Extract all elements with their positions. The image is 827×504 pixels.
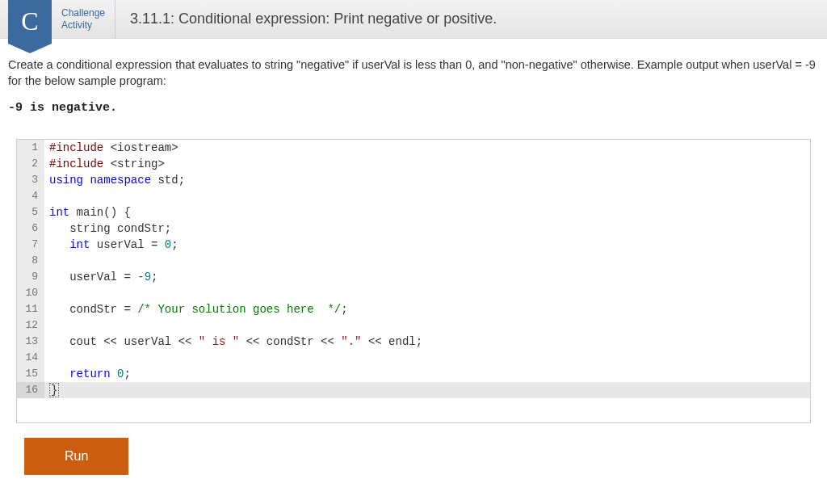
code-content[interactable]: using namespace std;: [44, 172, 810, 188]
line-number: 7: [17, 237, 44, 253]
code-line[interactable]: 6 string condStr;: [17, 220, 810, 237]
line-number: 3: [17, 172, 44, 188]
run-button[interactable]: Run: [24, 438, 128, 475]
header-label: Challenge Activity: [52, 0, 115, 38]
code-content[interactable]: int userVal = 0;: [44, 237, 810, 253]
code-line[interactable]: 3using namespace std;: [17, 172, 810, 188]
code-content[interactable]: condStr = /* Your solution goes here */;: [44, 301, 810, 317]
code-line[interactable]: 4: [17, 188, 810, 204]
code-content[interactable]: [44, 188, 810, 204]
header-label-line1: Challenge: [61, 7, 105, 19]
code-content[interactable]: [44, 317, 810, 334]
line-number: 12: [17, 317, 44, 334]
code-content[interactable]: int main() {: [44, 204, 810, 220]
code-line[interactable]: 5int main() {: [17, 204, 810, 220]
badge-letter: C: [21, 6, 38, 36]
line-number: 8: [17, 253, 44, 269]
code-line[interactable]: 9 userVal = -9;: [17, 269, 810, 285]
line-number: 14: [17, 350, 44, 366]
code-line[interactable]: 8: [17, 253, 810, 269]
code-line[interactable]: 1#include <iostream>: [17, 140, 810, 156]
activity-header: C Challenge Activity 3.11.1: Conditional…: [0, 0, 827, 39]
line-number: 5: [17, 204, 44, 220]
example-output: -9 is negative.: [8, 101, 819, 115]
code-line[interactable]: 13 cout << userVal << " is " << condStr …: [17, 334, 810, 350]
code-line[interactable]: 15 return 0;: [17, 366, 810, 382]
line-number: 1: [17, 140, 44, 156]
code-content[interactable]: [44, 253, 810, 269]
code-editor[interactable]: 1#include <iostream>2#include <string>3u…: [16, 139, 811, 423]
code-content[interactable]: userVal = -9;: [44, 269, 810, 285]
line-number: 15: [17, 366, 44, 382]
code-line[interactable]: 10: [17, 285, 810, 301]
header-label-line2: Activity: [61, 19, 105, 31]
code-content[interactable]: #include <string>: [44, 156, 810, 172]
line-number: 4: [17, 188, 44, 204]
code-content[interactable]: string condStr;: [44, 220, 810, 237]
code-line[interactable]: 12: [17, 317, 810, 334]
code-line[interactable]: 2#include <string>: [17, 156, 810, 172]
code-content[interactable]: cout << userVal << " is " << condStr << …: [44, 334, 810, 350]
code-line[interactable]: 7 int userVal = 0;: [17, 237, 810, 253]
code-line[interactable]: 11 condStr = /* Your solution goes here …: [17, 301, 810, 317]
code-line[interactable]: 14: [17, 350, 810, 366]
line-number: 6: [17, 220, 44, 237]
code-content[interactable]: [44, 350, 810, 366]
code-content[interactable]: [44, 285, 810, 301]
code-content[interactable]: #include <iostream>: [44, 140, 810, 156]
instructions-text: Create a conditional expression that eva…: [8, 57, 819, 90]
line-number: 9: [17, 269, 44, 285]
line-number: 16: [17, 382, 44, 398]
line-number: 2: [17, 156, 44, 172]
code-content[interactable]: return 0;: [44, 366, 810, 382]
code-content[interactable]: }: [44, 382, 810, 398]
page-title: 3.11.1: Conditional expression: Print ne…: [115, 10, 497, 27]
line-number: 10: [17, 285, 44, 301]
content-area: Create a conditional expression that eva…: [0, 39, 827, 483]
challenge-badge: C: [8, 0, 52, 44]
code-line[interactable]: 16}: [17, 382, 810, 398]
line-number: 13: [17, 334, 44, 350]
line-number: 11: [17, 301, 44, 317]
